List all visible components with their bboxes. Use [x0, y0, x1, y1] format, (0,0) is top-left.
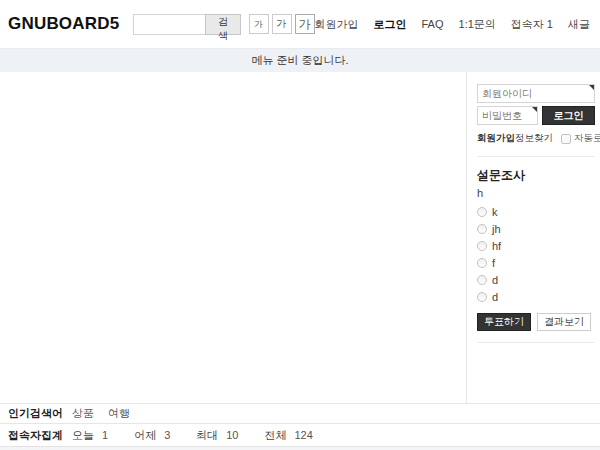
stat-name: 최대 — [196, 428, 218, 443]
radio-icon[interactable] — [477, 292, 487, 302]
poll-result-button[interactable]: 결과보기 — [537, 313, 591, 331]
radio-icon[interactable] — [477, 207, 487, 217]
poll-option-label: f — [492, 257, 495, 269]
search-input[interactable] — [133, 14, 205, 35]
login-widget: 로그인 회원가입 정보찾기 자동로그인 — [477, 84, 595, 145]
find-info-link[interactable]: 정보찾기 — [515, 132, 553, 145]
poll-option: jh — [477, 222, 595, 236]
nav-faq-link[interactable]: FAQ — [422, 18, 444, 30]
stat-value: 124 — [295, 429, 313, 441]
sidebar: 로그인 회원가입 정보찾기 자동로그인 설문조사 h k — [467, 72, 600, 403]
stat-max: 최대 10 — [196, 428, 238, 443]
poll-option-label: d — [492, 274, 498, 286]
poll-title: 설문조사 — [477, 167, 595, 184]
page-body: 로그인 회원가입 정보찾기 자동로그인 설문조사 h k — [0, 72, 600, 403]
keyword-link[interactable]: 상품 — [72, 406, 94, 421]
sidebar-divider — [477, 342, 595, 343]
stat-value: 3 — [164, 429, 170, 441]
vote-button[interactable]: 투표하기 — [477, 313, 531, 331]
stat-name: 어제 — [134, 428, 156, 443]
poll-option: hf — [477, 239, 595, 253]
poll-question: h — [477, 187, 595, 199]
poll-option: f — [477, 256, 595, 270]
footer-band — [0, 446, 600, 450]
visitor-stats-row: 접속자집계 오늘 1 어제 3 최대 10 전체 124 — [0, 423, 600, 446]
nav-qa-link[interactable]: 1:1문의 — [459, 17, 496, 32]
radio-icon[interactable] — [477, 224, 487, 234]
poll-option-label: k — [492, 206, 498, 218]
member-id-input[interactable] — [477, 84, 595, 103]
popular-keywords-row: 인기검색어 상품 여행 — [0, 403, 600, 423]
font-size-medium-button[interactable]: 가 — [272, 14, 292, 34]
nav-login-link[interactable]: 로그인 — [374, 17, 407, 32]
main-content-area — [0, 72, 467, 403]
font-size-large-button[interactable]: 가 — [295, 14, 315, 34]
nav-register-link[interactable]: 회원가입 — [315, 17, 359, 32]
search-button[interactable]: 검색 — [205, 14, 240, 35]
login-button[interactable]: 로그인 — [542, 106, 595, 125]
font-size-small-button[interactable]: 가 — [249, 14, 269, 34]
stat-value: 1 — [102, 429, 108, 441]
login-links-row: 회원가입 정보찾기 자동로그인 — [477, 132, 595, 145]
stat-total: 전체 124 — [265, 428, 313, 443]
auto-login-label: 자동로그인 — [574, 132, 600, 145]
popular-keywords-label: 인기검색어 — [8, 406, 72, 421]
stat-name: 전체 — [265, 428, 287, 443]
stat-yesterday: 어제 3 — [134, 428, 170, 443]
auto-login-checkbox[interactable] — [561, 134, 571, 144]
menu-placeholder-text: 메뉴 준비 중입니다. — [251, 53, 348, 68]
keyword-link[interactable]: 여행 — [108, 406, 130, 421]
poll-option: k — [477, 205, 595, 219]
site-header: GNUBOARD5 검색 가 가 가 회원가입 로그인 FAQ 1:1문의 접속… — [0, 0, 600, 48]
radio-icon[interactable] — [477, 275, 487, 285]
password-input[interactable] — [477, 106, 538, 125]
stat-value: 10 — [226, 429, 238, 441]
poll-option-label: jh — [492, 223, 501, 235]
poll-option: d — [477, 290, 595, 304]
header-search-form: 검색 — [133, 14, 240, 35]
menu-bar: 메뉴 준비 중입니다. — [0, 48, 600, 72]
radio-icon[interactable] — [477, 241, 487, 251]
top-nav: 회원가입 로그인 FAQ 1:1문의 접속자 1 새글 — [315, 17, 591, 32]
font-size-controls: 가 가 가 — [249, 14, 315, 34]
poll-buttons-row: 투표하기 결과보기 — [477, 313, 595, 331]
stat-name: 오늘 — [72, 428, 94, 443]
poll-option-label: hf — [492, 240, 501, 252]
sidebar-divider — [477, 156, 595, 157]
stat-today: 오늘 1 — [72, 428, 108, 443]
poll-option: d — [477, 273, 595, 287]
site-logo[interactable]: GNUBOARD5 — [8, 14, 119, 34]
auto-login-group: 자동로그인 — [561, 132, 600, 145]
nav-connect-link[interactable]: 접속자 1 — [511, 17, 553, 32]
poll-widget: 설문조사 h k jh hf f — [477, 167, 595, 343]
nav-new-posts-link[interactable]: 새글 — [568, 17, 590, 32]
signup-link[interactable]: 회원가입 — [477, 132, 515, 145]
visitor-stats-label: 접속자집계 — [8, 428, 72, 443]
poll-options: k jh hf f d — [477, 205, 595, 304]
radio-icon[interactable] — [477, 258, 487, 268]
poll-option-label: d — [492, 291, 498, 303]
